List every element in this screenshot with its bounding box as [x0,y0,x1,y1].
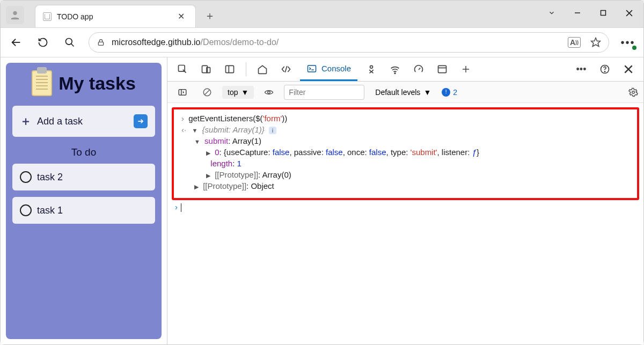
prototype-row[interactable]: ▶ [[Prototype]]: Array(0) [178,169,633,180]
svg-rect-22 [438,65,447,72]
refresh-button[interactable] [35,34,51,50]
app-pane: My tasks ＋ Add a task To do task 2 [1,57,167,344]
more-button[interactable]: ••• [620,34,636,50]
sidebar-toggle-icon[interactable] [173,83,192,102]
app-title: My tasks [58,73,136,94]
svg-rect-17 [308,65,316,72]
welcome-tab-icon[interactable] [253,60,272,79]
device-emulation-icon[interactable] [196,60,216,79]
info-icon[interactable]: i [269,127,276,134]
svg-rect-2 [601,11,606,16]
profile-icon [9,9,21,21]
lock-icon [97,38,105,47]
checkbox-icon[interactable] [20,171,32,183]
app-header: My tasks [12,70,155,96]
close-devtools-button[interactable] [619,60,638,79]
task-item[interactable]: task 2 [12,164,155,190]
svg-point-0 [13,11,17,15]
checkbox-icon[interactable] [20,204,32,216]
back-button[interactable] [8,34,24,50]
svg-line-7 [71,44,74,47]
svg-rect-8 [98,42,103,45]
svg-point-27 [604,71,605,72]
issues-count: 2 [453,88,457,97]
application-tab-icon[interactable] [433,60,452,79]
object-property[interactable]: ▼ submit: Array(1) [178,135,633,146]
help-button[interactable] [595,60,614,79]
task-label: task 2 [37,172,63,183]
inspect-icon[interactable] [173,60,192,79]
svg-line-33 [205,90,210,94]
profile-button[interactable] [6,6,24,24]
svg-point-20 [394,73,396,74]
tab-title: TODO app [57,12,169,21]
chevron-down-icon[interactable] [539,4,564,22]
browser-toolbar: microsoftedge.github.io/Demos/demo-to-do… [1,27,643,57]
plus-icon: ＋ [20,113,32,129]
dock-side-icon[interactable] [220,60,239,79]
content-area: My tasks ＋ Add a task To do task 2 [1,57,643,344]
add-tab-button[interactable] [456,60,475,79]
svg-line-16 [285,66,287,72]
filter-input[interactable] [284,85,364,100]
minimize-button[interactable] [565,4,590,22]
console-icon [306,64,317,74]
issues-badge[interactable]: ! 2 [442,88,457,97]
console-output[interactable]: › getEventListeners($('form')) ‹· ▼ {sub… [167,103,643,344]
address-bar[interactable]: microsoftedge.github.io/Demos/demo-to-do… [89,32,609,53]
url-text: microsoftedge.github.io/Demos/demo-to-do… [112,38,279,47]
clipboard-icon [32,70,52,96]
svg-point-34 [268,91,270,93]
devtools-panel: Console ••• top ▼ [167,57,643,344]
svg-point-35 [632,91,635,93]
add-task-label: Add a task [37,116,83,127]
svg-line-21 [419,68,420,70]
svg-rect-14 [226,65,234,72]
issues-bubble-icon: ! [442,88,450,97]
console-toolbar: top ▼ Default levels ▼ ! 2 [167,82,643,103]
prototype-row[interactable]: ▶ [[Prototype]]: Object [178,180,633,192]
task-item[interactable]: task 1 [12,197,155,224]
console-input-line: › getEventListeners($('form')) [178,113,633,124]
devtools-more-button[interactable]: ••• [572,60,591,79]
browser-window: TODO app ✕ ＋ microsoftedge.github.io/Dem… [0,0,644,345]
console-settings-icon[interactable] [628,87,638,97]
window-controls [539,4,643,27]
favicon-icon [43,12,52,21]
title-bar: TODO app ✕ ＋ [1,1,643,27]
svg-rect-30 [179,89,186,95]
submit-arrow-button[interactable] [134,114,148,128]
favorite-icon[interactable] [590,37,601,48]
todo-app: My tasks ＋ Add a task To do task 2 [6,63,162,339]
search-icon[interactable] [62,34,78,50]
performance-tab-icon[interactable] [409,60,428,79]
svg-point-6 [66,39,72,45]
new-tab-button[interactable]: ＋ [200,6,219,25]
close-window-button[interactable] [617,4,641,22]
live-expression-icon[interactable] [259,83,279,102]
network-tab-icon[interactable] [385,60,405,79]
context-selector[interactable]: top ▼ [222,86,254,99]
section-label: To do [12,146,155,158]
tab-close-button[interactable]: ✕ [174,10,188,23]
browser-tab[interactable]: TODO app ✕ [35,5,196,27]
console-prompt[interactable]: › [172,200,639,214]
sources-tab-icon[interactable] [362,60,381,79]
maximize-button[interactable] [591,4,616,22]
add-task-card[interactable]: ＋ Add a task [12,106,155,137]
context-label: top [228,88,238,97]
array-length: length: 1 [178,158,633,169]
log-levels-selector[interactable]: Default levels ▼ [375,88,431,97]
task-label: task 1 [37,205,63,216]
levels-label: Default levels [375,88,420,97]
console-result-summary[interactable]: ‹· ▼ {submit: Array(1)} i [178,124,633,135]
elements-tab-icon[interactable] [276,60,296,79]
svg-point-19 [370,65,373,68]
chevron-down-icon: ▼ [423,88,431,97]
clear-console-icon[interactable] [197,83,217,102]
read-aloud-icon[interactable]: A)) [568,37,581,48]
console-tab[interactable]: Console [300,57,357,81]
arrow-right-icon [137,118,144,125]
array-item[interactable]: ▶ 0: {useCapture: false, passive: false,… [178,146,633,158]
highlighted-output: › getEventListeners($('form')) ‹· ▼ {sub… [172,107,639,200]
